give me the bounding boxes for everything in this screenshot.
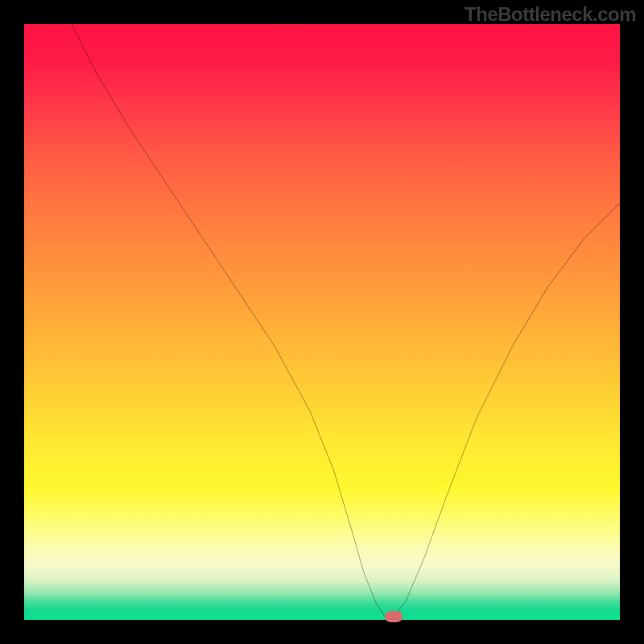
plot-area [24, 24, 620, 620]
watermark-text: TheBottleneck.com [464, 3, 636, 26]
bottleneck-curve [24, 24, 620, 620]
curve-path [72, 24, 620, 617]
optimal-point-marker [385, 611, 402, 622]
chart-frame: TheBottleneck.com [0, 0, 644, 644]
